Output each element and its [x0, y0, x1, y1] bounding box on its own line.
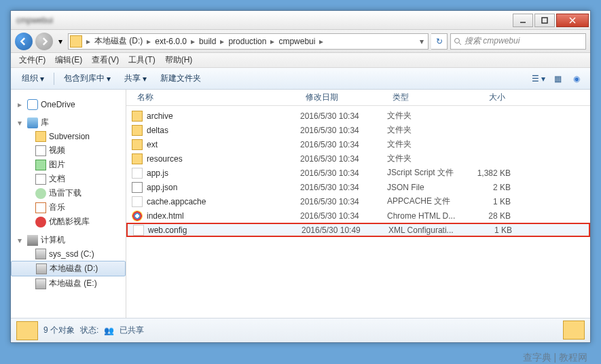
search-placeholder: 搜索 cmpwebui: [465, 35, 520, 47]
file-name: web.config: [148, 225, 302, 235]
title-text: cmpwebui: [11, 16, 513, 25]
organize-button[interactable]: 组织 ▾: [16, 71, 50, 86]
file-size: 28 KB: [470, 211, 511, 221]
back-button[interactable]: [15, 33, 33, 50]
file-date: 2016/5/30 10:34: [300, 154, 387, 164]
preview-pane-button[interactable]: ▦: [549, 71, 566, 87]
col-size[interactable]: 大小: [470, 90, 511, 105]
dropdown-icon[interactable]: ▾: [417, 37, 426, 46]
file-row[interactable]: app.json 2016/5/30 10:34 JSON File 2 KB: [126, 180, 590, 194]
picture-icon: [35, 160, 46, 170]
onedrive-icon: [27, 99, 38, 110]
breadcrumb-item[interactable]: build: [198, 37, 217, 46]
sidebar-computer[interactable]: ▾计算机: [11, 233, 126, 247]
file-type: JScript Script 文件: [387, 167, 470, 179]
sidebar-youku[interactable]: 优酷影视库: [11, 215, 126, 229]
breadcrumb[interactable]: ▸ 本地磁盘 (D:) ▸ ext-6.0.0 ▸ build ▸ produc…: [68, 33, 429, 50]
sidebar-downloads[interactable]: 迅雷下载: [11, 186, 126, 200]
chevron-right-icon[interactable]: ▸: [268, 37, 277, 46]
file-row[interactable]: ext 2016/5/30 10:34 文件夹: [126, 137, 590, 151]
file-date: 2016/5/30 10:34: [300, 211, 387, 221]
sidebar-libraries[interactable]: ▾库: [11, 115, 126, 130]
file-row[interactable]: resources 2016/5/30 10:34 文件夹: [126, 151, 590, 166]
sidebar-disk-c[interactable]: sys_ssd (C:): [11, 247, 126, 261]
breadcrumb-item[interactable]: cmpwebui: [277, 37, 316, 46]
file-row[interactable]: web.config 2016/5/30 10:49 XML Configura…: [126, 223, 590, 237]
menu-help[interactable]: 帮助(H): [161, 53, 197, 67]
file-row[interactable]: app.js 2016/5/30 10:34 JScript Script 文件…: [126, 166, 590, 180]
file-date: 2016/5/30 10:34: [300, 111, 387, 121]
status-state: 已共享: [120, 325, 144, 336]
col-name[interactable]: 名称: [132, 90, 300, 105]
file-list: archive 2016/5/30 10:34 文件夹 deltas 2016/…: [126, 106, 590, 318]
window-buttons: [513, 14, 590, 27]
file-date: 2016/5/30 10:49: [302, 225, 388, 235]
chevron-right-icon[interactable]: ▸: [217, 37, 227, 46]
folder-icon: [35, 131, 46, 142]
chevron-right-icon[interactable]: ▸: [84, 37, 93, 46]
explorer-window: cmpwebui ▾ ▸ 本地磁盘 (D:) ▸ ext-6.0.0 ▸ bui…: [10, 10, 591, 343]
sidebar-disk-e[interactable]: 本地磁盘 (E:): [11, 276, 126, 291]
file-size: 2 KB: [470, 183, 511, 192]
file-type: Chrome HTML D...: [387, 211, 470, 221]
svg-rect-1: [542, 18, 547, 23]
chevron-right-icon[interactable]: ▸: [316, 37, 326, 46]
file-row[interactable]: archive 2016/5/30 10:34 文件夹: [126, 109, 590, 123]
details-pane-icon[interactable]: [563, 321, 585, 340]
breadcrumb-item[interactable]: ext-6.0.0: [153, 37, 188, 46]
file-date: 2016/5/30 10:34: [300, 126, 387, 135]
maximize-button[interactable]: [534, 14, 555, 27]
sidebar: ▸OneDrive ▾库 Subversion 视频 图片 文档 迅雷下载 音乐…: [11, 90, 126, 318]
titlebar[interactable]: cmpwebui: [11, 11, 590, 30]
navbar: ▾ ▸ 本地磁盘 (D:) ▸ ext-6.0.0 ▸ build ▸ prod…: [11, 30, 590, 53]
history-dropdown[interactable]: ▾: [56, 35, 65, 48]
file-type: 文件夹: [387, 153, 470, 164]
sidebar-subversion[interactable]: Subversion: [11, 130, 126, 143]
sidebar-onedrive[interactable]: ▸OneDrive: [11, 98, 126, 111]
file-row[interactable]: cache.appcache 2016/5/30 10:34 APPCACHE …: [126, 194, 590, 208]
status-label: 状态:: [80, 325, 98, 336]
search-input[interactable]: 搜索 cmpwebui: [450, 33, 586, 50]
file-icon: [133, 225, 144, 236]
close-button[interactable]: [556, 14, 589, 27]
file-size: 1 KB: [471, 225, 512, 235]
menu-edit[interactable]: 编辑(E): [51, 53, 86, 67]
file-icon: [132, 139, 143, 150]
file-row[interactable]: deltas 2016/5/30 10:34 文件夹: [126, 123, 590, 137]
document-icon: [35, 174, 46, 185]
menu-file[interactable]: 文件(F): [15, 53, 50, 67]
file-row[interactable]: index.html 2016/5/30 10:34 Chrome HTML D…: [126, 208, 590, 223]
file-size: 1,382 KB: [470, 168, 511, 178]
file-type: 文件夹: [387, 124, 470, 136]
newfolder-button[interactable]: 新建文件夹: [155, 71, 206, 86]
sidebar-disk-d[interactable]: 本地磁盘 (D:): [11, 261, 126, 276]
disk-icon: [35, 278, 46, 289]
file-name: deltas: [147, 126, 300, 135]
library-icon: [27, 117, 38, 128]
column-headers: 名称 修改日期 类型 大小: [126, 90, 590, 106]
sidebar-pictures[interactable]: 图片: [11, 158, 126, 172]
sidebar-documents[interactable]: 文档: [11, 172, 126, 186]
menu-tools[interactable]: 工具(T): [124, 53, 159, 67]
refresh-button[interactable]: ↻: [431, 33, 448, 50]
chevron-right-icon[interactable]: ▸: [144, 37, 153, 46]
col-date[interactable]: 修改日期: [300, 90, 387, 105]
breadcrumb-item[interactable]: 本地磁盘 (D:): [93, 35, 144, 47]
forward-button[interactable]: [35, 33, 53, 50]
sidebar-music[interactable]: 音乐: [11, 200, 126, 215]
video-icon: [35, 145, 46, 156]
disk-icon: [36, 263, 47, 274]
folder-icon: [70, 35, 82, 48]
view-options-button[interactable]: ☰ ▾: [530, 71, 547, 87]
include-button[interactable]: 包含到库中 ▾: [58, 71, 116, 86]
breadcrumb-item[interactable]: production: [227, 37, 268, 46]
help-button[interactable]: ◉: [568, 71, 585, 87]
file-date: 2016/5/30 10:34: [300, 168, 387, 178]
sidebar-videos[interactable]: 视频: [11, 143, 126, 158]
share-button[interactable]: 共享 ▾: [119, 71, 152, 86]
computer-icon: [27, 235, 38, 246]
minimize-button[interactable]: [513, 14, 533, 27]
col-type[interactable]: 类型: [387, 90, 470, 105]
chevron-right-icon[interactable]: ▸: [188, 37, 198, 46]
menu-view[interactable]: 查看(V): [88, 53, 123, 67]
